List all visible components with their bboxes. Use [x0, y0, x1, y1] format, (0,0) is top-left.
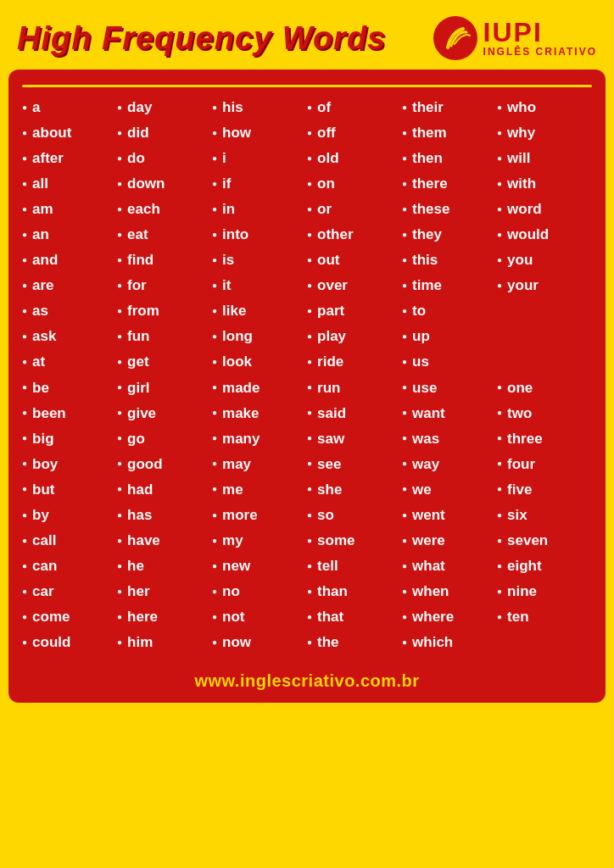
- list-item: ●were: [402, 529, 497, 553]
- bullet-icon: ●: [212, 203, 217, 217]
- word-label: was: [412, 427, 439, 451]
- bullet-icon: ●: [307, 406, 312, 420]
- list-item: ●are: [22, 274, 117, 298]
- bullet-icon: ●: [117, 585, 122, 599]
- word-label: were: [412, 529, 445, 553]
- bullet-icon: ●: [117, 559, 122, 574]
- bullet-icon: ●: [307, 203, 312, 217]
- bullet-icon: ●: [212, 228, 217, 242]
- word-label: for: [127, 274, 147, 298]
- bullet-icon: ●: [117, 381, 122, 395]
- word-label: long: [222, 325, 253, 348]
- word-label: in: [222, 198, 235, 221]
- list-item: ●down: [117, 172, 212, 196]
- word-label: old: [317, 147, 339, 170]
- bullet-icon: ●: [212, 482, 217, 497]
- bullet-icon: ●: [212, 509, 217, 523]
- list-item: ●big: [22, 427, 117, 451]
- word-label: tell: [317, 554, 338, 578]
- bullet-icon: ●: [117, 534, 122, 548]
- word-label: could: [32, 631, 70, 654]
- bullet-icon: ●: [497, 152, 502, 166]
- bullet-icon: ●: [117, 177, 122, 192]
- bullet-icon: ●: [117, 457, 122, 471]
- word-label: at: [32, 350, 45, 374]
- words-grid: ●a●about●after●all●am●an●and●are●as●ask●…: [22, 96, 592, 654]
- list-item: ●of: [307, 96, 402, 120]
- word-label: have: [127, 529, 160, 553]
- list-item: ●am: [22, 198, 117, 221]
- word-col-1: ●day●did●do●down●each●eat●find●for●from●…: [117, 96, 212, 654]
- bullet-icon: ●: [402, 126, 407, 141]
- list-item: ●this: [402, 248, 497, 272]
- list-item: ●seven: [497, 529, 592, 553]
- list-item: ●four: [497, 453, 592, 476]
- list-item: ●after: [22, 147, 117, 170]
- list-item: ●girl: [117, 376, 212, 400]
- list-item: ●or: [307, 198, 402, 221]
- bullet-icon: ●: [307, 431, 312, 446]
- bullet-icon: ●: [307, 253, 312, 268]
- list-item: ●what: [402, 554, 497, 578]
- word-label: now: [222, 631, 251, 654]
- list-item: ●as: [22, 299, 117, 323]
- list-item: ●tell: [307, 554, 402, 578]
- bullet-icon: ●: [212, 559, 217, 574]
- list-item: ●how: [212, 121, 307, 145]
- logo-sub: INGLÊS CRIATIVO: [483, 46, 597, 58]
- bullet-icon: ●: [117, 431, 122, 446]
- word-label: their: [412, 96, 444, 120]
- list-item: ●now: [212, 631, 307, 654]
- bullet-icon: ●: [402, 152, 407, 166]
- bullet-icon: ●: [402, 381, 407, 395]
- word-label: seven: [507, 529, 548, 553]
- word-label: come: [32, 605, 70, 629]
- bullet-icon: ●: [497, 101, 502, 115]
- word-label: am: [32, 198, 53, 221]
- bullet-icon: ●: [402, 101, 407, 115]
- list-item: ●could: [22, 631, 117, 654]
- list-item: ●be: [22, 376, 117, 400]
- list-item: ●into: [212, 223, 307, 247]
- word-label: ask: [32, 325, 56, 348]
- word-label: i: [222, 147, 226, 170]
- bullet-icon: ●: [402, 482, 407, 497]
- word-label: boy: [32, 453, 58, 476]
- bullet-icon: ●: [22, 152, 27, 166]
- bullet-icon: ●: [22, 431, 27, 446]
- bullet-icon: ●: [402, 330, 407, 344]
- bullet-icon: ●: [307, 610, 312, 625]
- list-item: ●us: [402, 350, 497, 374]
- list-item: ●than: [307, 580, 402, 604]
- bullet-icon: ●: [402, 585, 407, 599]
- list-item: ●would: [497, 223, 592, 247]
- list-item: ●may: [212, 453, 307, 476]
- list-item: ●make: [212, 402, 307, 426]
- word-label: nine: [507, 580, 537, 604]
- word-label: what: [412, 554, 445, 578]
- bullet-icon: ●: [307, 457, 312, 471]
- word-label: us: [412, 350, 429, 374]
- word-label: and: [32, 248, 58, 272]
- bullet-icon: ●: [307, 509, 312, 523]
- word-label: than: [317, 580, 348, 604]
- list-item: ●a: [22, 96, 117, 120]
- bullet-icon: ●: [497, 431, 502, 446]
- list-item: ●when: [402, 580, 497, 604]
- bullet-icon: ●: [22, 203, 27, 217]
- list-item: ●ride: [307, 350, 402, 374]
- bullet-icon: ●: [22, 177, 27, 192]
- bullet-icon: ●: [497, 279, 502, 293]
- bullet-icon: ●: [212, 585, 217, 599]
- bullet-icon: ●: [497, 126, 502, 141]
- word-label: use: [412, 376, 437, 400]
- list-item: ●but: [22, 478, 117, 502]
- word-label: a: [32, 96, 40, 120]
- bullet-icon: ●: [402, 406, 407, 420]
- word-label: play: [317, 325, 346, 348]
- word-label: will: [507, 147, 530, 170]
- bullet-icon: ●: [117, 509, 122, 523]
- bullet-icon: ●: [117, 330, 122, 344]
- word-label: where: [412, 605, 454, 629]
- bullet-icon: ●: [402, 355, 407, 370]
